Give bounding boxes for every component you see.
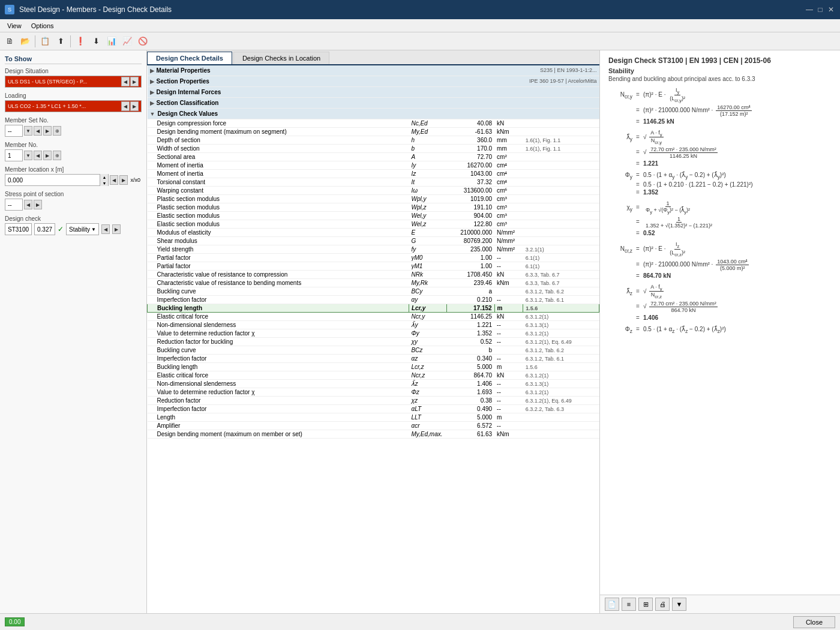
ds-prev-btn[interactable]: ◀ bbox=[121, 77, 130, 86]
design-check-type-selector[interactable]: Stability ▼ bbox=[66, 223, 99, 235]
row-unit-5: cm⁴ bbox=[494, 161, 523, 170]
row-ref-4 bbox=[523, 153, 599, 161]
rp-btn-3[interactable]: ⊞ bbox=[638, 598, 653, 611]
row-sym-36: αcr bbox=[409, 422, 446, 430]
row-unit-34: -- bbox=[494, 405, 523, 413]
design-check-field: Design check ST3100 0.327 ✓ Stability ▼ … bbox=[5, 215, 142, 235]
row-name-21: Imperfection factor bbox=[148, 296, 409, 304]
design-situation-combobox[interactable]: ULS DS1 - ULS (STR/GEO) - P... ◀ ▶ bbox=[5, 76, 142, 88]
row-ref-6 bbox=[523, 170, 599, 178]
location-up-btn[interactable]: ▲ bbox=[100, 174, 108, 180]
row-unit-19: kNm bbox=[494, 279, 523, 287]
m-jump-btn[interactable]: ⊕ bbox=[53, 151, 61, 160]
row-val-17: 1.00 bbox=[447, 262, 494, 271]
main-layout: To Show Design Situation ULS DS1 - ULS (… bbox=[0, 50, 840, 613]
row-ref-18: 6.3.3, Tab. 6.7 bbox=[523, 271, 599, 279]
row-val-1: -61.63 bbox=[447, 128, 494, 136]
rp-btn-1[interactable]: 📄 bbox=[605, 598, 619, 611]
toolbar-btn-5[interactable]: ❗ bbox=[73, 34, 88, 49]
maximize-button[interactable]: □ bbox=[816, 5, 824, 14]
tab-design-check-details[interactable]: Design Check Details bbox=[147, 52, 232, 64]
menu-view[interactable]: View bbox=[2, 21, 26, 31]
dc-prev-btn[interactable]: ◀ bbox=[101, 224, 110, 234]
tab-design-checks-in-location[interactable]: Design Checks in Location bbox=[233, 52, 329, 64]
row-sym-14: G bbox=[409, 237, 446, 245]
location-down-btn[interactable]: ▼ bbox=[100, 180, 108, 186]
row-name-26: Reduction factor for buckling bbox=[148, 338, 409, 346]
section-header-1[interactable]: ▶Section PropertiesIPE 360 19-57 | Arcel… bbox=[148, 76, 599, 87]
row-unit-3: mm bbox=[494, 145, 523, 153]
row-ref-32: 6.3.1.2(1) bbox=[523, 388, 599, 397]
table-row: Non-dimensional slendernessλ̄y1.221--6.3… bbox=[148, 321, 599, 329]
section-header-3[interactable]: ▶Section Classification bbox=[148, 98, 599, 109]
toolbar-btn-8[interactable]: 📈 bbox=[120, 34, 134, 49]
loading-prev-btn[interactable]: ◀ bbox=[121, 101, 130, 111]
row-ref-20: 6.3.1.2, Tab. 6.2 bbox=[523, 287, 599, 296]
design-situation-value: ULS DS1 - ULS (STR/GEO) - P... bbox=[8, 79, 87, 85]
toolbar-btn-6[interactable]: ⬇ bbox=[89, 34, 103, 49]
loc-suffix: x/x0 bbox=[129, 177, 142, 183]
menu-options[interactable]: Options bbox=[26, 21, 59, 31]
table-row: Design bending moment (maximum on member… bbox=[148, 430, 599, 439]
toolbar-btn-1[interactable]: 🗎 bbox=[2, 34, 17, 49]
ms-dropdown-btn[interactable]: ▼ bbox=[24, 126, 32, 136]
section-header-2[interactable]: ▶Design Internal Forces bbox=[148, 87, 599, 98]
toolbar-btn-7[interactable]: 📊 bbox=[104, 34, 119, 49]
toolbar-btn-4[interactable]: ⬆ bbox=[53, 34, 68, 49]
sp-next-btn[interactable]: ▶ bbox=[34, 200, 42, 209]
formula-lambdaz-line1: λ̄z = √ A · fyNcr,z bbox=[608, 284, 832, 300]
section-header-4[interactable]: ▼Design Check Values bbox=[148, 109, 599, 119]
close-button[interactable]: Close bbox=[793, 616, 835, 628]
member-field: Member No. 1 ▼ ◀ ▶ ⊕ bbox=[5, 142, 142, 161]
row-sym-24: λ̄y bbox=[409, 321, 446, 329]
row-name-11: Elastic section modulus bbox=[148, 212, 409, 220]
row-ref-36 bbox=[523, 422, 599, 430]
close-button[interactable]: ✕ bbox=[827, 5, 835, 14]
formula-lambdaz: λ̄z = √ A · fyNcr,z = √ 72.70 cm² · 235.… bbox=[608, 284, 832, 322]
loading-value: ULS CO2 - 1.35 * LC1 + 1.50 *... bbox=[8, 103, 86, 109]
row-ref-31: 6.3.1.3(1) bbox=[523, 380, 599, 388]
formula-lambdaz-line3: = 1.406 bbox=[608, 314, 832, 321]
sp-prev-btn[interactable]: ◀ bbox=[24, 200, 32, 209]
toolbar-btn-9[interactable]: 🚫 bbox=[136, 34, 150, 49]
row-sym-33: χz bbox=[409, 397, 446, 405]
window-controls[interactable]: — □ ✕ bbox=[805, 5, 835, 14]
minimize-button[interactable]: — bbox=[805, 5, 814, 14]
ms-prev-btn[interactable]: ◀ bbox=[34, 126, 42, 136]
row-ref-9 bbox=[523, 195, 599, 203]
section-header-0[interactable]: ▶Material PropertiesS235 | EN 1993-1-1:2… bbox=[148, 65, 599, 76]
ms-jump-btn[interactable]: ⊕ bbox=[53, 126, 61, 136]
m-dropdown-btn[interactable]: ▼ bbox=[24, 151, 32, 160]
dc-next-btn[interactable]: ▶ bbox=[112, 224, 121, 234]
loading-combobox[interactable]: ULS CO2 - 1.35 * LC1 + 1.50 *... ◀ ▶ bbox=[5, 100, 142, 112]
row-name-8: Warping constant bbox=[148, 187, 409, 195]
right-panel: Design Check ST3100 | EN 1993 | CEN | 20… bbox=[600, 50, 840, 613]
row-ref-15: 3.2.1(1) bbox=[523, 245, 599, 254]
m-prev-btn[interactable]: ◀ bbox=[34, 151, 42, 160]
table-row: Value to determine reduction factor χΦy1… bbox=[148, 329, 599, 338]
toolbar-btn-2[interactable]: 📂 bbox=[18, 34, 32, 49]
row-unit-30: kN bbox=[494, 371, 523, 380]
loc-prev-btn[interactable]: ◀ bbox=[110, 175, 118, 185]
m-next-btn[interactable]: ▶ bbox=[43, 151, 52, 160]
row-val-4: 72.70 bbox=[447, 153, 494, 161]
loading-next-btn[interactable]: ▶ bbox=[130, 101, 139, 111]
member-location-spinbox[interactable]: 0.000 ▲ ▼ bbox=[5, 174, 109, 186]
rp-btn-2[interactable]: ≡ bbox=[622, 598, 636, 611]
row-unit-11: cm³ bbox=[494, 212, 523, 220]
formula-chiy: χy = 1 Φy + √(Φy)² − (λ̄y)² = 1 bbox=[608, 200, 832, 236]
ds-next-btn[interactable]: ▶ bbox=[130, 77, 139, 86]
design-check-label: Design check bbox=[5, 215, 142, 222]
row-unit-32: -- bbox=[494, 388, 523, 397]
rp-btn-print[interactable]: 🖨 bbox=[655, 598, 670, 611]
row-val-8: 313600.00 bbox=[447, 187, 494, 195]
toolbar-btn-3[interactable]: 📋 bbox=[38, 34, 52, 49]
design-check-ratio: 0.327 bbox=[34, 223, 55, 235]
table-row: Amplifierαcr6.572-- bbox=[148, 422, 599, 430]
row-sym-18: NRk bbox=[409, 271, 446, 279]
loc-next-btn[interactable]: ▶ bbox=[119, 175, 128, 185]
table-row: Depth of sectionh360.0mm1.6(1), Fig. 1.1 bbox=[148, 136, 599, 145]
ms-next-btn[interactable]: ▶ bbox=[43, 126, 52, 136]
rp-btn-more[interactable]: ▼ bbox=[672, 598, 686, 611]
formula-ncry: Ncr,y = (π)² · E · Iy(Lcr,y)² = (π)² · 2… bbox=[608, 87, 832, 125]
